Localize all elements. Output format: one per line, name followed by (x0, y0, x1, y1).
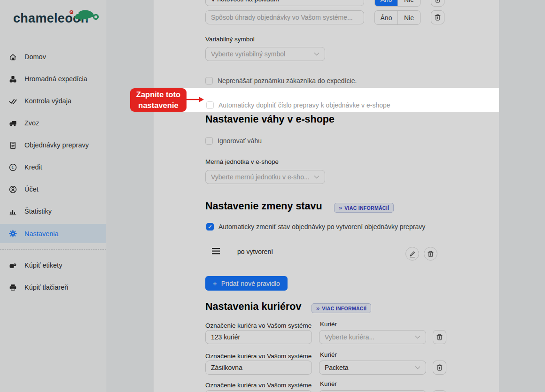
yes-button[interactable]: Áno (375, 11, 397, 24)
sidebar-item-zvoz[interactable]: Zvoz (0, 114, 106, 132)
add-rule-button[interactable]: + Pridať nové pravidlo (205, 276, 288, 291)
delete-courier-row-button-2[interactable] (433, 361, 446, 375)
labels-icon (9, 261, 17, 269)
sidebar: chameleoon Domov Hromadná expedícia (0, 0, 106, 392)
account-icon (9, 185, 17, 193)
delete-payment-row-button-1[interactable] (431, 0, 444, 7)
trash-icon (434, 0, 441, 3)
unit-select[interactable]: Vyberte mernú jednotku v e-sho... (205, 170, 325, 184)
sidebar-item-label: Hromadná expedícia (24, 75, 87, 83)
sidebar-item-label: Nastavenia (24, 230, 59, 238)
edit-rule-button[interactable] (405, 247, 419, 261)
yes-button[interactable]: Áno (375, 0, 397, 6)
plus-icon: + (213, 279, 217, 287)
cod-toggle-1: Áno Nie (374, 0, 420, 7)
auto-status-checkbox-row: ✓ Automaticky zmeniť stav objednávky po … (206, 223, 425, 231)
sidebar-item-statistiky[interactable]: Štatistiky (0, 202, 106, 221)
auto-tracking-checkbox-row: Automaticky doplniť číslo prepravy k obj… (206, 101, 390, 109)
status-more-info-button[interactable]: » VIAC INFORMÁCIÍ (334, 203, 394, 213)
delete-courier-row-button-3[interactable] (433, 390, 446, 392)
pencil-icon (409, 250, 416, 258)
no-button[interactable]: Nie (397, 0, 420, 6)
statistics-icon (9, 208, 17, 215)
sidebar-item-objednavky-prepravy[interactable]: Objednávky prepravy (0, 136, 106, 154)
chameleon-icon (68, 6, 102, 23)
courier-name-input-1[interactable] (205, 330, 312, 344)
printer-icon (9, 284, 17, 292)
sidebar-item-label: Kúpiť etikety (24, 261, 62, 269)
sidebar-item-label: Domov (24, 53, 46, 61)
trash-icon (427, 250, 434, 258)
courier-select-1[interactable]: Vyberte kuriéra... (319, 330, 426, 344)
auto-tracking-checkbox[interactable] (206, 101, 214, 109)
check-icon: ✓ (208, 224, 212, 230)
auto-status-checkbox[interactable]: ✓ (206, 223, 214, 231)
ignore-weight-checkbox[interactable] (205, 137, 213, 145)
double-chevron-icon: » (316, 305, 319, 311)
home-icon (9, 53, 17, 61)
delete-courier-row-button-1[interactable] (433, 330, 446, 344)
chevron-down-icon (314, 175, 319, 179)
sidebar-item-label: Kúpiť tlačiareň (24, 284, 68, 291)
double-check-icon (9, 97, 17, 105)
sidebar-item-domov[interactable]: Domov (0, 47, 106, 66)
chevron-down-icon (415, 366, 420, 369)
ignore-weight-checkbox-row: Ignorovať váhu (205, 137, 262, 145)
sidebar-item-kupit-tlaciaren[interactable]: Kúpiť tlačiareň (0, 278, 106, 297)
variable-symbol-select[interactable]: Vyberte vyriabilný symbol (205, 47, 325, 61)
document-icon (9, 141, 17, 149)
no-button[interactable]: Nie (397, 11, 420, 24)
ignore-weight-label: Ignorovať váhu (218, 137, 262, 145)
trash-icon (434, 14, 441, 21)
delete-rule-button[interactable] (424, 247, 437, 261)
rule-drag-handle[interactable] (212, 248, 220, 256)
status-section-title: Nastavenie zmeny stavu (205, 200, 322, 212)
courier-label: Kuriér (320, 380, 337, 387)
sidebar-item-kupit-etikety[interactable]: Kúpiť etikety (0, 256, 106, 275)
sidebar-item-kredit[interactable]: € Kredit (0, 158, 106, 177)
trash-icon (436, 364, 443, 371)
courier-label: Kuriér (320, 351, 337, 358)
courier-name-input-3[interactable] (205, 390, 312, 392)
sidebar-item-label: Zvoz (24, 119, 39, 127)
gear-icon (9, 230, 17, 238)
tutorial-tooltip: Zapnite toto nastavenie (130, 88, 187, 112)
euro-icon: € (9, 163, 17, 171)
note-checkbox[interactable] (205, 77, 213, 85)
trash-icon (436, 333, 443, 341)
note-checkbox-label: Neprenášať poznámku zákazníka do expedíc… (218, 77, 357, 85)
payment-method-input-2[interactable] (205, 10, 364, 24)
sidebar-item-label: Kontrola výdaja (24, 97, 71, 105)
sidebar-item-label: Objednávky prepravy (24, 141, 89, 149)
sidebar-item-nastavenia[interactable]: Nastavenia (0, 224, 106, 243)
delete-payment-row-button-2[interactable] (431, 10, 444, 24)
courier-name-label: Označenie kuriéra vo Vašom systéme (205, 382, 311, 389)
auto-tracking-checkbox-label: Automaticky doplniť číslo prepravy k obj… (218, 101, 390, 109)
chevron-down-icon (415, 335, 420, 339)
drag-handle-icon (212, 248, 220, 254)
sidebar-item-label: Kredit (24, 163, 42, 171)
courier-more-info-button[interactable]: » VIAC INFORMÁCIÍ (311, 303, 371, 313)
chevron-down-icon (314, 52, 319, 56)
courier-section-title: Nastavenia kuriérov (205, 301, 301, 313)
sidebar-item-kontrola-vydaja[interactable]: Kontrola výdaja (0, 92, 106, 110)
app-window: chameleoon Domov Hromadná expedícia (0, 0, 545, 392)
weight-section-title: Nastavenie váhy v e-shope (205, 114, 335, 125)
svg-text:€: € (11, 165, 14, 170)
payment-method-input-1[interactable] (205, 0, 364, 6)
sidebar-divider (0, 249, 106, 250)
courier-select-3[interactable] (319, 390, 426, 392)
sidebar-item-label: Štatistiky (24, 208, 52, 215)
courier-select-2[interactable]: Packeta (319, 361, 426, 375)
note-checkbox-row: Neprenášať poznámku zákazníka do expedíc… (205, 77, 357, 85)
truck-icon (9, 119, 17, 127)
courier-name-input-2[interactable] (205, 361, 312, 375)
rule-name: po vytvorení (237, 248, 273, 255)
unit-label: Merná jednotka v e-shope (205, 158, 279, 165)
sidebar-item-ucet[interactable]: Účet (0, 180, 106, 199)
sidebar-item-label: Účet (24, 185, 39, 193)
variable-symbol-label: Variabilný symbol (205, 36, 255, 43)
sidebar-item-hromadna-expedicia[interactable]: Hromadná expedícia (0, 69, 106, 88)
cod-toggle-2: Áno Nie (374, 10, 420, 25)
brand-logo[interactable]: chameleoon (13, 11, 100, 32)
